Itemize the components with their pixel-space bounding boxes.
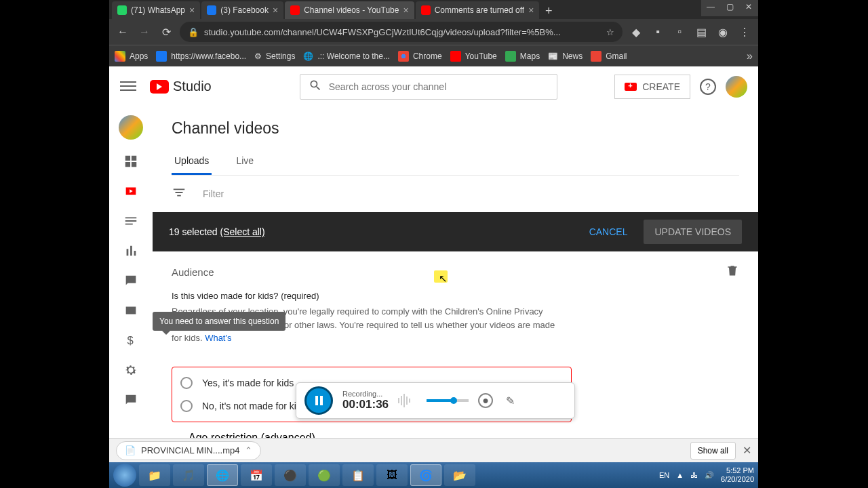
sidebar-feedback[interactable]: [123, 392, 139, 408]
audience-question: Is this video made for kids? (required): [172, 291, 739, 301]
help-button[interactable]: ?: [700, 79, 716, 95]
news-icon: 📰: [548, 52, 558, 61]
select-all-link[interactable]: (Select all): [220, 226, 265, 237]
taskbar-app[interactable]: 🎵: [173, 464, 204, 486]
sidebar-playlists[interactable]: [123, 213, 139, 229]
sidebar-subtitles[interactable]: [123, 302, 139, 319]
lock-icon: 🔒: [188, 27, 199, 37]
address-bar[interactable]: 🔒 studio.youtube.com/channel/UCW4FWSXPgG…: [180, 22, 623, 42]
globe-icon: 🌐: [303, 52, 313, 61]
browser-tab-youtube-studio[interactable]: Channel videos - YouTube ×: [285, 1, 414, 19]
sidebar-monetization[interactable]: $: [123, 332, 139, 348]
close-tab-icon[interactable]: ×: [403, 5, 408, 16]
chevron-down-icon: ⌄: [172, 432, 180, 439]
bookmark-chrome[interactable]: Chrome: [398, 51, 442, 62]
forward-button[interactable]: →: [136, 24, 153, 40]
create-icon: [625, 83, 637, 91]
star-icon[interactable]: ☆: [606, 27, 614, 37]
network-icon[interactable]: 🖧: [690, 471, 698, 479]
chevron-up-icon[interactable]: ⌃: [245, 445, 252, 455]
extension-icon[interactable]: ◆: [628, 24, 644, 40]
reload-button[interactable]: ⟳: [158, 24, 174, 40]
tab-live[interactable]: Live: [233, 148, 256, 175]
webcam-toggle[interactable]: ●: [478, 393, 493, 408]
browser-tab-facebook[interactable]: (3) Facebook ×: [201, 1, 283, 19]
close-window-button[interactable]: ✕: [739, 0, 758, 14]
sidebar-dashboard[interactable]: [123, 153, 139, 169]
hamburger-menu[interactable]: [120, 79, 136, 95]
studio-logo[interactable]: Studio: [150, 79, 212, 94]
taskbar-calendar[interactable]: 📅: [241, 464, 272, 486]
maximize-button[interactable]: ▢: [720, 0, 739, 14]
pause-icon: [315, 396, 323, 405]
start-button[interactable]: [113, 464, 136, 487]
new-tab-button[interactable]: +: [540, 3, 557, 19]
language-indicator[interactable]: EN: [659, 471, 669, 479]
update-videos-button[interactable]: UPDATE VIDEOS: [644, 220, 742, 244]
clock[interactable]: 5:52 PM 6/20/2020: [721, 466, 754, 484]
browser-tab-bar: (71) WhatsApp × (3) Facebook × Channel v…: [109, 0, 758, 19]
sidebar-comments[interactable]: [123, 272, 139, 289]
taskbar-obs[interactable]: ⚫: [275, 464, 306, 486]
taskbar-app[interactable]: 🟢: [309, 464, 340, 486]
pause-recording-button[interactable]: [304, 386, 333, 415]
taskbar-explorer[interactable]: 📁: [139, 464, 170, 486]
bookmark-apps[interactable]: Apps: [115, 51, 148, 62]
download-item[interactable]: 📄 PROVINCIAL MIN....mp4 ⌃: [116, 441, 261, 460]
bookmark-settings[interactable]: ⚙Settings: [254, 52, 295, 61]
browser-tab-whatsapp[interactable]: (71) WhatsApp ×: [112, 1, 200, 19]
volume-icon[interactable]: 🔊: [705, 471, 714, 480]
minimize-button[interactable]: —: [701, 0, 720, 14]
channel-avatar[interactable]: [119, 115, 143, 140]
bookmark-label: Settings: [266, 52, 295, 61]
menu-icon[interactable]: ⋮: [736, 24, 753, 40]
studio-text: Studio: [173, 79, 212, 94]
search-input[interactable]: [329, 81, 549, 92]
bookmark-news[interactable]: 📰News: [548, 52, 583, 61]
close-tab-icon[interactable]: ×: [189, 5, 195, 16]
studio-header: Studio CREATE ?: [109, 66, 758, 107]
whats-link[interactable]: What's: [205, 333, 231, 343]
filter-icon[interactable]: [172, 185, 186, 203]
taskbar-folder[interactable]: 📂: [444, 464, 475, 486]
browser-tab-comments[interactable]: Comments are turned off ×: [416, 1, 540, 19]
annotate-button[interactable]: ✎: [502, 393, 517, 408]
taskbar-edge[interactable]: 🌀: [410, 464, 441, 486]
taskbar-chrome[interactable]: 🌐: [207, 464, 238, 486]
close-tab-icon[interactable]: ×: [273, 5, 278, 16]
sidebar-videos[interactable]: [123, 183, 139, 199]
radio-icon: [180, 377, 193, 389]
show-all-button[interactable]: Show all: [690, 442, 736, 460]
extension-icon[interactable]: ▤: [693, 24, 709, 40]
search-box[interactable]: [300, 74, 557, 100]
sidebar-analytics[interactable]: [123, 243, 139, 259]
back-button[interactable]: ←: [115, 24, 131, 40]
bookmarks-overflow[interactable]: »: [747, 50, 753, 62]
tab-uploads[interactable]: Uploads: [172, 148, 212, 175]
volume-slider[interactable]: [427, 399, 469, 402]
create-button[interactable]: CREATE: [614, 75, 690, 99]
extension-icon[interactable]: ▪: [650, 24, 666, 40]
account-avatar[interactable]: [726, 76, 747, 98]
bookmarks-bar: Apps https://www.facebo... ⚙Settings 🌐.:…: [109, 45, 758, 66]
sidebar-settings[interactable]: [123, 362, 139, 378]
bookmark-facebook[interactable]: https://www.facebo...: [156, 51, 246, 62]
age-restriction-toggle[interactable]: ⌄ Age restriction (advanced): [172, 422, 739, 439]
bookmark-label: YouTube: [465, 52, 497, 61]
bookmark-gmail[interactable]: Gmail: [591, 51, 627, 62]
close-download-bar[interactable]: ✕: [743, 444, 751, 457]
filter-input[interactable]: Filter: [203, 188, 224, 199]
cancel-button[interactable]: CANCEL: [589, 226, 628, 237]
taskbar-app[interactable]: 📋: [342, 464, 374, 486]
bookmark-youtube[interactable]: YouTube: [450, 51, 497, 62]
extension-icon[interactable]: ▫: [671, 24, 688, 40]
taskbar-app[interactable]: 🖼: [376, 464, 408, 486]
delete-icon[interactable]: [726, 264, 739, 280]
profile-icon[interactable]: ◉: [715, 24, 731, 40]
bookmark-maps[interactable]: Maps: [505, 51, 540, 62]
close-tab-icon[interactable]: ×: [528, 5, 534, 16]
bookmark-welcome[interactable]: 🌐.:: Welcome to the...: [303, 52, 390, 61]
age-restriction-label: Age restriction (advanced): [189, 432, 315, 438]
tray-icon[interactable]: ▲: [676, 471, 684, 479]
cursor-icon: ↖: [439, 272, 448, 285]
